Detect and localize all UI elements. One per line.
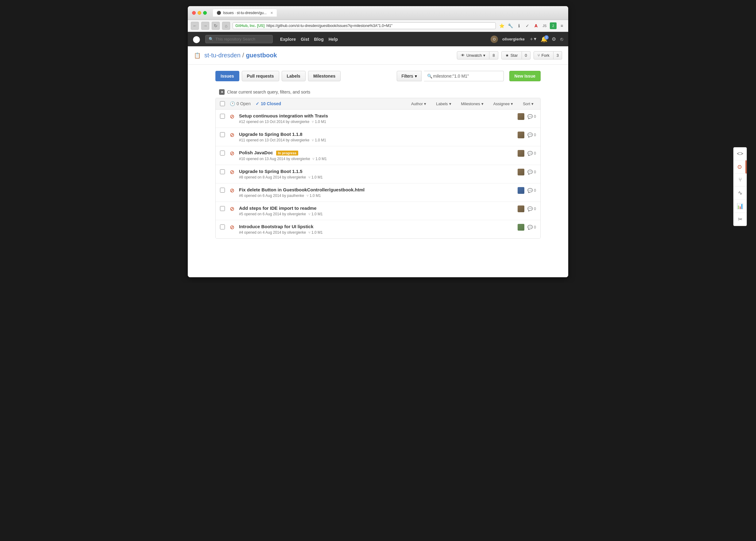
fork-button[interactable]: ⑂ Fork	[533, 51, 553, 60]
watch-count: 8	[489, 51, 498, 60]
issue-status-icon: ⊘	[229, 206, 235, 212]
issue-title-link[interactable]: Polish JavaDoc In progress	[239, 150, 514, 156]
tab-labels[interactable]: Labels	[282, 71, 306, 81]
search-box[interactable]: 🔍	[205, 35, 273, 43]
issue-title-link[interactable]: Setup continuous integration with Travis	[239, 113, 514, 118]
clear-filter-button[interactable]: ✕	[219, 89, 225, 95]
issue-checkbox[interactable]	[220, 188, 225, 193]
issues-rows: ⊘ Setup continuous integration with Trav…	[216, 110, 540, 238]
issue-milestone: ⑂ 1.0 M1	[308, 230, 323, 235]
extensions-icon[interactable]: 🔧	[507, 22, 514, 29]
issue-status-icon: ⊘	[229, 224, 235, 231]
issue-comment-count: 💬 0	[527, 207, 536, 211]
issue-title-link[interactable]: Upgrade to Spring Boot 1.1.5	[239, 169, 514, 174]
issues-tabs: Issues Pull requests Labels Milestones F…	[215, 71, 541, 81]
check-icon[interactable]: ✓	[524, 22, 531, 29]
milestones-filter[interactable]: Milestones ▾	[459, 102, 486, 106]
text-icon[interactable]: A	[533, 22, 539, 29]
issues-main: Issues Pull requests Labels Milestones F…	[215, 71, 541, 239]
help-link[interactable]: Help	[329, 37, 338, 42]
refresh-button[interactable]: ↻	[212, 22, 220, 30]
repo-name-link[interactable]: guestbook	[246, 52, 277, 59]
issue-avatar	[517, 132, 524, 138]
fork-count: 3	[553, 51, 562, 60]
back-button[interactable]: ←	[191, 22, 199, 30]
milestone-icon: ⑂	[312, 138, 314, 142]
address-bar[interactable]: GitHub, Inc. [US] https://github.com/st-…	[233, 22, 496, 29]
author-filter[interactable]: Author ▾	[409, 102, 428, 106]
repo-owner-link[interactable]: st-tu-dresden	[204, 52, 241, 59]
browser-tab[interactable]: ⚫ Issues · st-tu-dresden/gu... ✕	[213, 9, 277, 17]
fork-group: ⑂ Fork 3	[533, 51, 562, 60]
user-icon[interactable]: 2	[550, 22, 556, 29]
settings-icon[interactable]: ⚙	[552, 36, 556, 42]
new-issue-button[interactable]: New Issue	[509, 71, 541, 81]
issue-checkbox[interactable]	[220, 132, 225, 137]
issue-checkbox[interactable]	[220, 151, 225, 156]
issue-date: opened on 4 Aug 2014	[244, 230, 281, 235]
close-dot[interactable]	[192, 11, 196, 15]
comment-icon: 💬	[527, 170, 533, 175]
issue-comment-count: 💬 0	[527, 114, 536, 119]
logout-icon[interactable]: ⎋	[560, 37, 563, 42]
issue-milestone: ⑂ 1.0 M1	[308, 212, 323, 216]
gist-link[interactable]: Gist	[301, 37, 309, 42]
table-row: ⊘ Introduce Bootstrap for UI lipstick #4…	[216, 220, 540, 238]
issue-checkbox[interactable]	[220, 225, 225, 230]
minimize-dot[interactable]	[198, 11, 201, 15]
issue-content: Upgrade to Spring Boot 1.1.5 #8 opened o…	[239, 169, 514, 180]
issue-right: 💬 0	[517, 113, 536, 120]
issues-search-input[interactable]	[424, 71, 504, 81]
closed-icon: ⊘	[230, 224, 235, 231]
issue-number: #6	[239, 194, 243, 198]
select-all-checkbox[interactable]	[220, 101, 225, 106]
js-icon[interactable]: JS	[541, 22, 548, 29]
menu-icon[interactable]: ≡	[558, 22, 565, 29]
maximize-dot[interactable]	[203, 11, 207, 15]
plus-icon[interactable]: ＋▾	[529, 36, 536, 42]
issue-milestone: ⑂ 1.0 M1	[307, 194, 321, 198]
star-button[interactable]: ★ Star	[501, 51, 522, 60]
blog-link[interactable]: Blog	[314, 37, 324, 42]
issue-title-link[interactable]: Add steps for IDE import to readme	[239, 206, 514, 211]
forward-button[interactable]: →	[201, 22, 209, 30]
info-icon[interactable]: ℹ	[515, 22, 522, 29]
issue-number: #8	[239, 175, 243, 180]
tab-pull-requests[interactable]: Pull requests	[242, 71, 279, 81]
issue-title-link[interactable]: Upgrade to Spring Boot 1.1.8	[239, 132, 514, 137]
assignee-filter[interactable]: Assignee ▾	[491, 102, 515, 106]
issue-title-link[interactable]: Introduce Bootstrap for UI lipstick	[239, 224, 514, 229]
star-group: ★ Star 0	[501, 51, 530, 60]
issue-author: by olivergierke	[282, 212, 306, 216]
toolbar-icons: ⭐ 🔧 ℹ ✓ A JS 2 ≡	[498, 22, 565, 29]
explore-link[interactable]: Explore	[280, 37, 296, 42]
comment-count: 0	[534, 207, 536, 211]
sort-filter[interactable]: Sort ▾	[520, 102, 536, 106]
unwatch-button[interactable]: 👁 Unwatch ▾	[457, 51, 490, 60]
issue-checkbox[interactable]	[220, 169, 225, 174]
issue-author: by olivergierke	[282, 230, 306, 235]
issue-content: Introduce Bootstrap for UI lipstick #4 o…	[239, 224, 514, 235]
issue-title-link[interactable]: Fix delete Button in GuestbookController…	[239, 187, 514, 192]
issue-milestone: ⑂ 1.0 M1	[312, 157, 327, 161]
issue-avatar	[517, 224, 524, 231]
labels-filter[interactable]: Labels ▾	[433, 102, 453, 106]
closed-count[interactable]: ✓ 10 Closed	[256, 101, 281, 106]
issue-meta: #11 opened on 13 Oct 2014 by olivergierk…	[239, 138, 514, 142]
issue-status-icon: ⊘	[229, 113, 235, 120]
issue-checkbox[interactable]	[220, 114, 225, 119]
comment-icon: 💬	[527, 188, 533, 193]
breadcrumb: 📋 st-tu-dresden / guestbook	[194, 52, 277, 59]
home-button[interactable]: ⌂	[222, 22, 230, 30]
tab-close-icon[interactable]: ✕	[270, 11, 273, 15]
tab-milestones[interactable]: Milestones	[308, 71, 341, 81]
search-input[interactable]	[215, 37, 265, 41]
filters-button[interactable]: Filters ▾	[397, 71, 421, 81]
issue-content: Upgrade to Spring Boot 1.1.8 #11 opened …	[239, 132, 514, 142]
github-logo-icon[interactable]: ⬤	[193, 35, 200, 43]
issue-avatar	[517, 187, 524, 194]
tab-issues[interactable]: Issues	[215, 71, 239, 81]
bookmark-icon[interactable]: ⭐	[498, 22, 505, 29]
notifications-button[interactable]: 🔔 2	[541, 36, 547, 43]
issue-checkbox[interactable]	[220, 206, 225, 211]
